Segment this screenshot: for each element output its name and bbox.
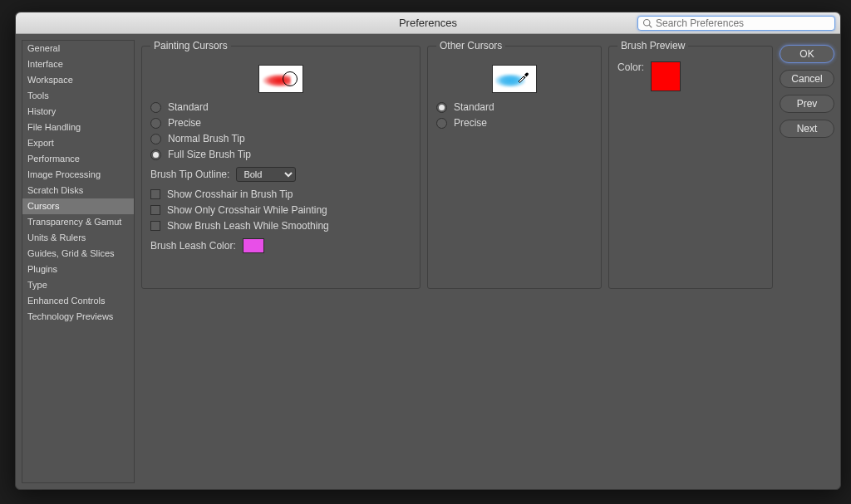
sidebar-item-type[interactable]: Type [22,277,134,293]
radio-standard[interactable]: Standard [150,101,411,113]
radio-other-precise[interactable]: Precise [436,117,593,129]
sidebar-item-performance[interactable]: Performance [22,151,134,167]
checkbox-icon [150,205,160,215]
checkbox-icon [150,221,160,231]
radio-normal-brush-tip[interactable]: Normal Brush Tip [150,133,411,144]
check-label: Show Only Crosshair While Painting [167,204,327,216]
radio-full-size-brush-tip[interactable]: Full Size Brush Tip [150,149,411,160]
radio-icon [150,149,161,160]
sidebar-item-transparency-gamut[interactable]: Transparency & Gamut [22,214,134,230]
cancel-button[interactable]: Cancel [780,70,834,88]
brush-leash-color-label: Brush Leash Color: [150,240,236,252]
radio-label: Standard [454,101,494,113]
ok-button[interactable]: OK [780,45,834,63]
radio-icon [436,102,447,113]
radio-icon [150,102,161,113]
brush-preview-color-swatch[interactable] [651,61,681,91]
search-icon [642,18,652,28]
preferences-dialog: Preferences General Interface Workspace … [15,12,841,490]
search-input-wrap[interactable] [637,16,835,31]
painting-cursors-legend: Painting Cursors [150,40,231,51]
svg-line-1 [649,25,652,27]
other-cursors-group: Other Cursors Standard Precise [427,40,602,289]
sidebar-item-workspace[interactable]: Workspace [22,72,134,88]
sidebar-item-interface[interactable]: Interface [22,56,134,72]
sidebar-item-history[interactable]: History [22,104,134,120]
checkbox-icon [150,189,160,199]
brush-preview-legend: Brush Preview [617,40,688,51]
sidebar-item-plugins[interactable]: Plugins [22,262,134,277]
next-button[interactable]: Next [780,120,834,138]
sidebar-item-units-rulers[interactable]: Units & Rulers [22,230,134,246]
radio-icon [150,134,161,144]
check-label: Show Brush Leash While Smoothing [167,220,329,232]
sidebar-item-export[interactable]: Export [22,135,134,151]
sidebar-item-scratch-disks[interactable]: Scratch Disks [22,183,134,198]
other-cursor-preview [492,65,537,93]
sidebar-item-file-handling[interactable]: File Handling [22,120,134,135]
radio-label: Standard [168,101,209,113]
sidebar: General Interface Workspace Tools Histor… [22,40,135,483]
radio-other-standard[interactable]: Standard [436,101,593,113]
dialog-buttons: OK Cancel Prev Next [780,40,834,483]
eyedropper-icon [516,71,529,84]
sidebar-item-image-processing[interactable]: Image Processing [22,167,134,183]
check-leash[interactable]: Show Brush Leash While Smoothing [150,220,411,232]
radio-precise[interactable]: Precise [150,117,411,129]
brush-preview-color-label: Color: [617,61,644,73]
brush-tip-outline-label: Brush Tip Outline: [150,169,229,180]
brush-leash-color-swatch[interactable] [243,238,264,253]
painting-cursor-preview [258,65,303,93]
sidebar-item-general[interactable]: General [22,41,134,56]
radio-label: Full Size Brush Tip [168,149,251,160]
radio-label: Precise [168,117,201,129]
radio-icon [436,118,447,129]
check-label: Show Crosshair in Brush Tip [167,188,293,200]
titlebar: Preferences [16,12,840,34]
radio-label: Precise [454,117,487,129]
search-input[interactable] [652,17,830,29]
sidebar-item-tools[interactable]: Tools [22,88,134,104]
brush-tip-outline-select[interactable]: Bold [236,167,296,182]
check-only-crosshair[interactable]: Show Only Crosshair While Painting [150,204,411,216]
brush-preview-group: Brush Preview Color: [608,40,773,289]
radio-label: Normal Brush Tip [168,133,245,144]
check-crosshair[interactable]: Show Crosshair in Brush Tip [150,188,411,200]
sidebar-item-technology-previews[interactable]: Technology Previews [22,309,134,325]
brush-outline-icon [283,71,298,86]
svg-point-0 [644,19,651,26]
sidebar-item-guides-grid-slices[interactable]: Guides, Grid & Slices [22,246,134,262]
sidebar-item-enhanced-controls[interactable]: Enhanced Controls [22,293,134,309]
radio-icon [150,118,161,129]
other-cursors-legend: Other Cursors [436,40,505,51]
prev-button[interactable]: Prev [780,95,834,113]
painting-cursors-group: Painting Cursors Standard Precise Normal… [141,40,421,289]
sidebar-item-cursors[interactable]: Cursors [22,198,134,214]
